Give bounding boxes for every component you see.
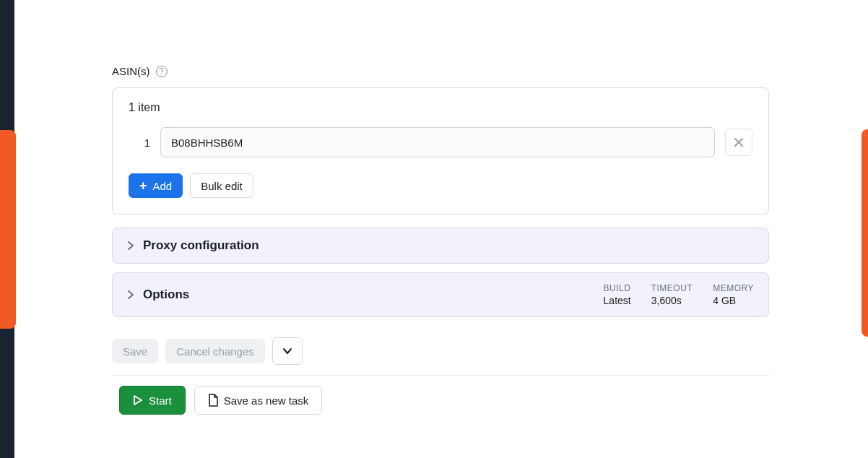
- bulk-edit-button[interactable]: Bulk edit: [190, 173, 253, 198]
- meta-memory: MEMORY 4 GB: [713, 283, 754, 306]
- save-cancel-row: Save Cancel changes: [112, 337, 769, 365]
- asin-card: 1 item 1 + Add Bulk edit: [112, 87, 769, 215]
- proxy-accordion-title: Proxy configuration: [143, 238, 259, 253]
- save-as-new-label: Save as new task: [224, 394, 309, 407]
- asin-item-row: 1: [129, 127, 752, 157]
- asin-label-text: ASIN(s): [112, 65, 150, 77]
- chevron-right-icon: [127, 290, 134, 300]
- save-button-label: Save: [123, 345, 147, 358]
- meta-memory-value: 4 GB: [713, 295, 754, 306]
- bulk-edit-label: Bulk edit: [201, 180, 243, 192]
- left-edge-tab[interactable]: [0, 130, 16, 329]
- plus-icon: +: [139, 179, 147, 192]
- form-content: ASIN(s) ? 1 item 1 + Add Bulk edit: [112, 65, 769, 415]
- asin-item-index: 1: [129, 137, 150, 149]
- divider: [112, 375, 769, 376]
- remove-item-button[interactable]: [725, 129, 752, 156]
- meta-build-label: BUILD: [604, 283, 631, 293]
- cancel-button[interactable]: Cancel changes: [165, 339, 265, 363]
- save-as-new-task-button[interactable]: Save as new task: [194, 386, 323, 415]
- file-icon: [208, 394, 218, 407]
- meta-build: BUILD Latest: [604, 283, 631, 306]
- save-button[interactable]: Save: [112, 339, 158, 363]
- options-accordion[interactable]: Options BUILD Latest TIMEOUT 3,600s MEMO…: [112, 272, 769, 317]
- meta-timeout-value: 3,600s: [651, 295, 693, 306]
- asin-field-label: ASIN(s) ?: [112, 65, 769, 77]
- close-icon: [734, 137, 744, 147]
- start-row: Start Save as new task: [112, 386, 769, 415]
- chevron-down-icon: [282, 347, 292, 355]
- cancel-button-label: Cancel changes: [176, 345, 254, 358]
- meta-memory-label: MEMORY: [713, 283, 754, 293]
- asin-item-count: 1 item: [129, 101, 752, 114]
- meta-timeout-label: TIMEOUT: [651, 283, 693, 293]
- meta-timeout: TIMEOUT 3,600s: [651, 283, 693, 306]
- help-icon[interactable]: ?: [156, 66, 168, 77]
- asin-input[interactable]: [160, 127, 715, 157]
- accordion-header-left: Options: [127, 288, 189, 302]
- meta-build-value: Latest: [604, 295, 631, 306]
- proxy-configuration-accordion[interactable]: Proxy configuration: [112, 228, 769, 264]
- add-button-label: Add: [153, 180, 173, 192]
- add-button[interactable]: + Add: [129, 173, 183, 198]
- asin-button-row: + Add Bulk edit: [129, 173, 752, 198]
- chevron-right-icon: [127, 241, 134, 251]
- options-meta: BUILD Latest TIMEOUT 3,600s MEMORY 4 GB: [604, 283, 754, 306]
- accordion-header-left: Proxy configuration: [127, 238, 259, 253]
- start-button[interactable]: Start: [119, 386, 186, 415]
- right-edge-tab[interactable]: [862, 129, 868, 337]
- options-accordion-title: Options: [143, 288, 189, 302]
- more-actions-dropdown[interactable]: [272, 337, 303, 365]
- play-icon: [133, 394, 143, 406]
- start-button-label: Start: [149, 394, 172, 407]
